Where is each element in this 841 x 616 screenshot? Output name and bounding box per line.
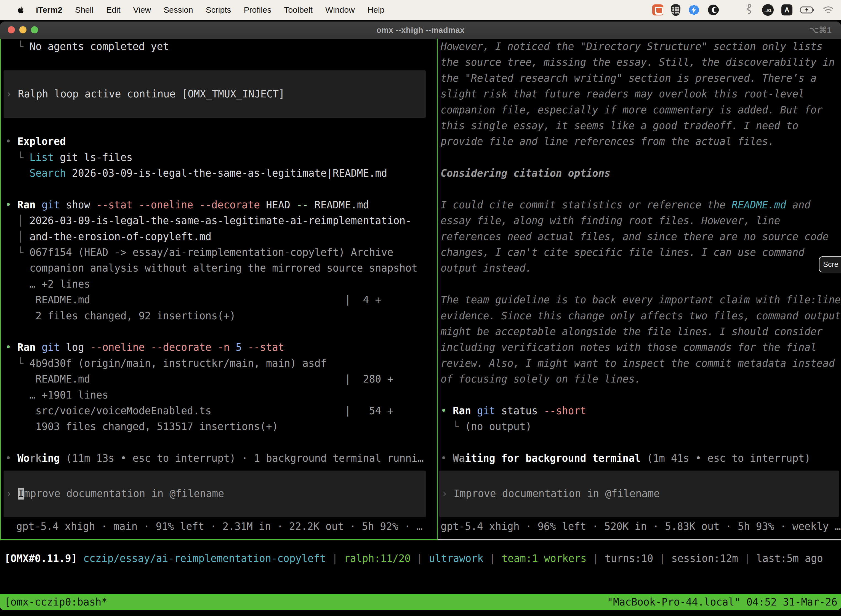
terminal-line: • Ran git log --oneline --decorate -n 5 … bbox=[5, 339, 437, 355]
window-title-bar[interactable]: omx --xhigh --madmax ⌥⌘1 bbox=[0, 22, 841, 39]
terminal-line bbox=[441, 150, 841, 165]
terminal-line: the source tree, missing the essay. Stil… bbox=[441, 54, 841, 70]
terminal-line bbox=[5, 435, 437, 450]
right-terminal-pane[interactable]: However, I noticed the "Directory Struct… bbox=[438, 39, 841, 540]
left-agent-log: • Explored └ List git ls-files Search 20… bbox=[5, 118, 437, 466]
terminal-line bbox=[5, 181, 437, 197]
dots-grid-icon[interactable] bbox=[727, 5, 736, 15]
menu-item-toolbelt[interactable]: Toolbelt bbox=[284, 5, 313, 15]
terminal-line: │ and-the-erosion-of-copyleft.md bbox=[5, 229, 437, 245]
shield-icon[interactable] bbox=[671, 4, 680, 16]
left-prompt-input[interactable]: › Improve documentation in @filename bbox=[4, 471, 426, 517]
terminal-line: Considering citation options bbox=[441, 165, 841, 181]
terminal-line bbox=[5, 118, 437, 133]
menu-item-edit[interactable]: Edit bbox=[106, 5, 120, 15]
terminal-line bbox=[441, 276, 841, 292]
menu-item-scripts[interactable]: Scripts bbox=[206, 5, 231, 15]
terminal-line: › Improve documentation in @filename bbox=[6, 486, 224, 502]
terminal-line: output instead. bbox=[441, 260, 841, 276]
terminal-line: └ List git ls-files bbox=[5, 150, 437, 165]
menu-item-session[interactable]: Session bbox=[164, 5, 193, 15]
screen-overlay-label: Scre bbox=[823, 260, 838, 269]
terminal-line: └ 4b9d30f (origin/main, instructkr/main,… bbox=[5, 355, 437, 371]
terminal-line: 1903 files changed, 513517 insertions(+) bbox=[5, 419, 437, 434]
terminal-line: • Waiting for background terminal (1m 41… bbox=[441, 450, 841, 466]
left-terminal-pane[interactable]: └ No agents completed yet › Ralph loop a… bbox=[0, 39, 438, 540]
terminal-line: slight risk that future readers may over… bbox=[441, 86, 841, 102]
left-prompt-text: › Improve documentation in @filename bbox=[6, 486, 224, 502]
menu-items: iTerm2ShellEditViewSessionScriptsProfile… bbox=[36, 5, 384, 15]
terminal-line: of focusing solely on file lines. bbox=[441, 371, 841, 387]
terminal-line: companion analysis without altering the … bbox=[5, 260, 437, 276]
percent-circle-icon[interactable]: ..61 bbox=[762, 4, 774, 16]
terminal-line: • Working (11m 13s • esc to interrupt) ·… bbox=[5, 450, 437, 466]
iterm-window: omx --xhigh --madmax ⌥⌘1 └ No agents com… bbox=[0, 22, 841, 610]
terminal-line bbox=[441, 387, 841, 403]
terminal-line: └ 067f154 (HEAD -> essay/ai-reimplementa… bbox=[5, 245, 437, 260]
terminal-line: src/voice/voiceModeEnabled.ts | 54 + bbox=[5, 403, 437, 419]
terminal-line: the "Related research writing" section i… bbox=[441, 70, 841, 86]
menu-item-iterm2[interactable]: iTerm2 bbox=[36, 5, 62, 15]
terminal-line: └ No agents completed yet bbox=[5, 39, 437, 54]
window-shortcut-hint: ⌥⌘1 bbox=[809, 22, 832, 39]
terminal-line bbox=[5, 324, 437, 339]
terminal-line: • Ran git show --stat --oneline --decora… bbox=[5, 197, 437, 213]
terminal-line: • Explored bbox=[5, 133, 437, 149]
screen-overlay-chip[interactable]: Scre bbox=[819, 257, 841, 273]
terminal-line: • Ran git status --short bbox=[441, 403, 841, 419]
terminal-line bbox=[5, 54, 437, 70]
terminal-line: I could cite commit statistics or refere… bbox=[441, 197, 841, 213]
menu-item-view[interactable]: View bbox=[133, 5, 151, 15]
terminal-line: essay file, along with finding root file… bbox=[441, 213, 841, 229]
right-prompt-text: › Improve documentation in @filename bbox=[441, 486, 660, 502]
wifi-icon[interactable] bbox=[823, 6, 834, 14]
terminal-line: gpt-5.4 xhigh · 96% left · 520K in · 5.8… bbox=[441, 519, 841, 534]
terminal-line: … +1901 lines bbox=[5, 387, 437, 403]
menu-bar: iTerm2ShellEditViewSessionScriptsProfile… bbox=[0, 0, 841, 20]
terminal-line: └ (no output) bbox=[441, 419, 841, 434]
menu-item-help[interactable]: Help bbox=[368, 5, 385, 15]
terminal-line: evidence. Since this change only affects… bbox=[441, 308, 841, 324]
menu-status-icons: ..61 A bbox=[652, 4, 841, 16]
menu-item-profiles[interactable]: Profiles bbox=[244, 5, 271, 15]
battery-icon[interactable] bbox=[800, 6, 815, 14]
person-squiggle-icon[interactable] bbox=[744, 4, 755, 16]
tmux-session-label: [omx-cczip0:bash* bbox=[4, 594, 108, 610]
terminal-line: provide file and line references from th… bbox=[441, 133, 841, 149]
right-prompt-input[interactable]: › Improve documentation in @filename bbox=[439, 471, 839, 517]
right-agent-log: However, I noticed the "Directory Struct… bbox=[441, 39, 841, 466]
moon-circle-icon[interactable] bbox=[708, 4, 719, 16]
terminal-line: [OMX#0.11.9] cczip/essay/ai-reimplementa… bbox=[4, 551, 841, 566]
terminal-line: gpt-5.4 xhigh · main · 91% left · 2.31M … bbox=[16, 519, 437, 534]
ralph-inject-box: › Ralph loop active continue [OMX_TMUX_I… bbox=[4, 70, 426, 118]
terminal-line bbox=[441, 435, 841, 450]
terminal-line: companion file, especially if more comme… bbox=[441, 102, 841, 118]
apple-menu-icon[interactable] bbox=[18, 6, 24, 14]
terminal-line: README.md | 280 + bbox=[5, 371, 437, 387]
terminal-line: › Ralph loop active continue [OMX_TMUX_I… bbox=[6, 86, 285, 102]
badge-bolt-icon[interactable] bbox=[688, 4, 700, 16]
tmux-host-clock: "MacBook-Pro-44.local" 04:52 31-Mar-26 bbox=[607, 594, 837, 610]
menu-item-window[interactable]: Window bbox=[325, 5, 355, 15]
terminal-line: including verification notes with those … bbox=[441, 339, 841, 355]
terminal-line bbox=[441, 181, 841, 197]
terminal-line: references need actual files, and since … bbox=[441, 229, 841, 245]
left-agent-status-lines: └ No agents completed yet bbox=[5, 39, 437, 70]
terminal-line: might be acceptable alongside the file l… bbox=[441, 324, 841, 339]
terminal-line: review. Also, I might want to inspect th… bbox=[441, 355, 841, 371]
omx-status-line: [OMX#0.11.9] cczip/essay/ai-reimplementa… bbox=[0, 551, 841, 566]
terminal-line: … +2 lines bbox=[5, 276, 437, 292]
terminal-line: Search 2026-03-09-is-legal-the-same-as-l… bbox=[5, 165, 437, 181]
terminal-line: this single essay, it seems like a good … bbox=[441, 118, 841, 133]
terminal-line: The team guideline is to back every impo… bbox=[441, 292, 841, 308]
menu-item-shell[interactable]: Shell bbox=[75, 5, 94, 15]
right-session-footer: gpt-5.4 xhigh · 96% left · 520K in · 5.8… bbox=[441, 519, 841, 534]
terminal-line: › Improve documentation in @filename bbox=[441, 486, 660, 502]
window-title: omx --xhigh --madmax bbox=[0, 22, 841, 39]
terminal-line: 2 files changed, 92 insertions(+) bbox=[5, 308, 437, 324]
ralph-inject-line: › Ralph loop active continue [OMX_TMUX_I… bbox=[6, 86, 285, 102]
chat-app-icon[interactable] bbox=[652, 4, 663, 15]
terminal-line: changes, I can't cite specific file line… bbox=[441, 245, 841, 260]
left-session-footer: gpt-5.4 xhigh · main · 91% left · 2.31M … bbox=[5, 519, 437, 534]
a-app-icon[interactable]: A bbox=[781, 4, 793, 15]
